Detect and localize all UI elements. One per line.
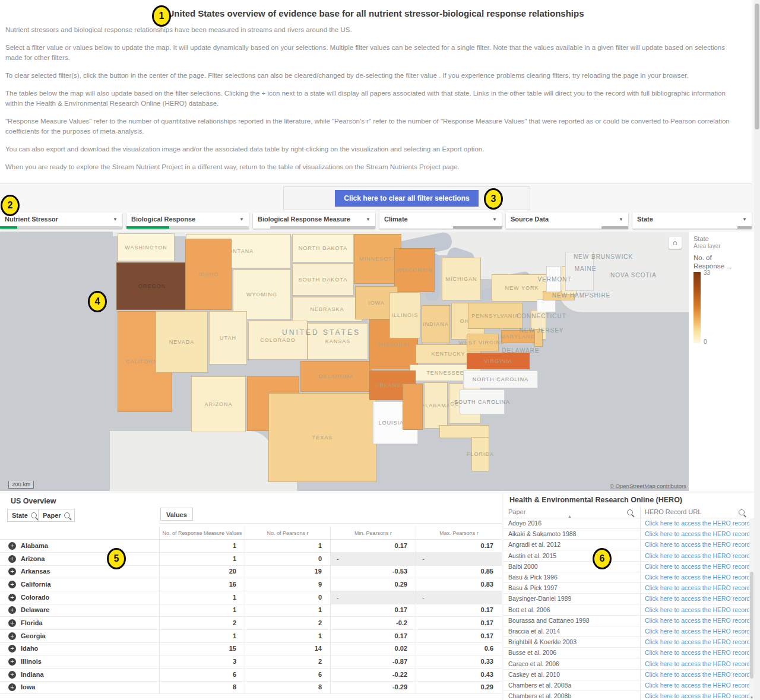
state-florida[interactable] xyxy=(439,425,489,438)
table-row[interactable]: +Arizona10-- xyxy=(0,553,502,566)
filter-state[interactable]: State▼ xyxy=(632,213,752,229)
hero-col-paper[interactable]: Paper xyxy=(508,508,525,515)
hero-record-link[interactable]: Click here to access the HERO record xyxy=(645,648,750,658)
state-connecticut[interactable] xyxy=(537,299,556,312)
hero-record-link[interactable]: Click here to access the HERO record xyxy=(645,670,750,680)
state-oklahoma[interactable]: OKLAHOMA xyxy=(300,361,372,392)
search-icon[interactable] xyxy=(31,512,37,518)
hero-record-link[interactable]: Click here to access the HERO record xyxy=(645,616,750,626)
expand-plus-icon[interactable]: + xyxy=(8,581,16,588)
filter-source-data[interactable]: Source Data▼ xyxy=(506,213,628,229)
search-icon[interactable] xyxy=(627,509,633,515)
page-scrollbar-thumb[interactable] xyxy=(755,4,759,129)
table-row: Chambers et al. 2008bClick here to acces… xyxy=(504,691,749,700)
hero-record-link[interactable]: Click here to access the HERO record xyxy=(645,518,750,528)
hero-record-link[interactable]: Click here to access the HERO record xyxy=(645,680,750,691)
state-wisconsin[interactable]: WISCONSIN xyxy=(394,248,435,292)
state-kansas[interactable]: KANSAS xyxy=(308,323,368,360)
hero-record-link[interactable]: Click here to access the HERO record xyxy=(645,594,750,604)
expand-plus-icon[interactable]: + xyxy=(8,683,16,691)
table-row[interactable]: +Arkansas2019-0.530.85 xyxy=(0,565,502,578)
state-name: California xyxy=(21,578,51,591)
state-nevada[interactable]: NEVADA xyxy=(156,311,208,373)
state-vermont[interactable] xyxy=(546,266,560,292)
state-indiana[interactable]: INDIANA xyxy=(422,305,450,343)
state-maine[interactable] xyxy=(565,252,594,291)
table-row[interactable]: +Alabama110.170.17 xyxy=(0,540,502,553)
hero-col-url[interactable]: HERO Record URL xyxy=(645,508,701,515)
clear-filters-button[interactable]: Click here to clear all filter selection… xyxy=(335,190,479,207)
state-north-dakota[interactable]: NORTH DAKOTA xyxy=(292,234,354,262)
expand-plus-icon[interactable]: + xyxy=(8,542,16,550)
hero-record-link[interactable]: Click here to access the HERO record xyxy=(645,659,750,669)
filter-biological-response[interactable]: Biological Response▼ xyxy=(126,213,249,229)
paper-name: Caskey et al. 2010 xyxy=(508,670,560,680)
state-washington[interactable]: WASHINGTON xyxy=(118,233,175,261)
paper-selector-button[interactable]: Paper xyxy=(38,509,75,522)
table-row[interactable]: +Georgia110.170.17 xyxy=(0,630,502,643)
hero-record-link[interactable]: Click here to access the HERO record xyxy=(645,551,750,561)
state-west-virginia[interactable]: WEST VIRGINIA xyxy=(467,334,499,351)
expand-plus-icon[interactable]: + xyxy=(8,568,16,575)
table-row[interactable]: +Illinois32-0.870.33 xyxy=(0,655,502,669)
state-south-dakota[interactable]: SOUTH DAKOTA xyxy=(292,264,354,296)
hero-record-link[interactable]: Click here to access the HERO record xyxy=(645,626,750,636)
state-illinois[interactable]: ILLINOIS xyxy=(390,292,420,338)
state-north-carolina[interactable]: NORTH CAROLINA xyxy=(463,370,538,388)
table-row: Bourassa and Cattaneo 1998Click here to … xyxy=(504,616,749,626)
table-row[interactable]: +Florida22-0.20.17 xyxy=(0,617,502,630)
state-colorado[interactable]: COLORADO xyxy=(248,321,308,360)
state-label: TENNESSEE xyxy=(426,370,464,376)
expand-plus-icon[interactable]: + xyxy=(8,632,16,640)
hero-record-link[interactable]: Click here to access the HERO record xyxy=(645,540,750,550)
expand-plus-icon[interactable]: + xyxy=(8,594,16,601)
state-pennsylvania[interactable]: PENNSYLVANIA xyxy=(468,303,522,329)
state-arizona[interactable]: ARIZONA xyxy=(191,376,246,432)
search-icon[interactable] xyxy=(64,512,70,518)
filter-nutrient-stressor[interactable]: Nutrient Stressor▼ xyxy=(0,213,122,229)
state-maryland[interactable]: MARYLAND xyxy=(501,330,534,343)
us-choropleth-map[interactable]: MONTANANORTH DAKOTASOUTH DAKOTAMINNESOTA… xyxy=(0,232,689,491)
state-utah[interactable]: UTAH xyxy=(209,311,247,365)
state-nebraska[interactable]: NEBRASKA xyxy=(292,297,362,322)
state-selector-button[interactable]: State xyxy=(7,509,42,522)
hero-record-link[interactable]: Click here to access the HERO record xyxy=(645,605,750,615)
hero-scrollbar-thumb[interactable] xyxy=(750,572,753,679)
expand-plus-icon[interactable]: + xyxy=(8,658,16,666)
filter-biological-response-measure[interactable]: Biological Response Measure▼ xyxy=(253,213,375,229)
state-idaho[interactable]: IDAHO xyxy=(185,239,232,310)
state-label: UTAH xyxy=(220,335,236,341)
hero-record-link[interactable]: Click here to access the HERO record xyxy=(645,529,750,539)
state-virginia[interactable]: VIRGINIA xyxy=(467,353,530,369)
osm-attribution-link[interactable]: © OpenStreetMap contributors xyxy=(610,483,686,489)
expand-plus-icon[interactable]: + xyxy=(8,606,16,614)
search-icon[interactable] xyxy=(739,509,745,515)
filter-climate[interactable]: Climate▼ xyxy=(379,213,502,229)
selection-segment xyxy=(17,226,122,229)
state-texas[interactable]: TEXAS xyxy=(268,393,376,482)
table-row[interactable]: +Idaho15140.020.6 xyxy=(0,642,502,655)
expand-plus-icon[interactable]: + xyxy=(8,671,16,679)
expand-plus-icon[interactable]: + xyxy=(8,619,16,627)
table-row[interactable]: +Indiana66-0.220.43 xyxy=(0,669,502,682)
table-row[interactable]: +California1690.290.83 xyxy=(0,578,502,591)
table-row[interactable]: +Iowa88-0.290.29 xyxy=(0,681,502,694)
hero-record-link[interactable]: Click here to access the HERO record xyxy=(645,562,750,572)
state-mississippi[interactable] xyxy=(403,384,423,430)
table-row[interactable]: +Colorado10-- xyxy=(0,591,502,604)
state-michigan[interactable]: MICHIGAN xyxy=(442,258,481,300)
scroll-down-icon[interactable]: ▼ xyxy=(749,696,754,699)
hero-record-link[interactable]: Click here to access the HERO record xyxy=(645,572,750,582)
expand-plus-icon[interactable]: + xyxy=(8,645,16,653)
state-florida[interactable]: FLORIDA xyxy=(471,437,489,471)
state-delaware[interactable] xyxy=(534,329,543,347)
map-home-button[interactable]: ⌂ xyxy=(669,237,682,249)
expand-plus-icon[interactable]: + xyxy=(8,555,16,563)
state-oregon[interactable]: OREGON xyxy=(116,262,188,310)
hero-record-link[interactable]: Click here to access the HERO record xyxy=(645,583,750,593)
hero-record-link[interactable]: Click here to access the HERO record xyxy=(645,691,750,700)
state-south-carolina[interactable]: SOUTH CAROLINA xyxy=(460,389,505,414)
state-alabama[interactable]: ALABAMA xyxy=(424,382,448,429)
table-row[interactable]: +Delaware110.170.17 xyxy=(0,604,502,617)
hero-record-link[interactable]: Click here to access the HERO record xyxy=(645,637,750,647)
